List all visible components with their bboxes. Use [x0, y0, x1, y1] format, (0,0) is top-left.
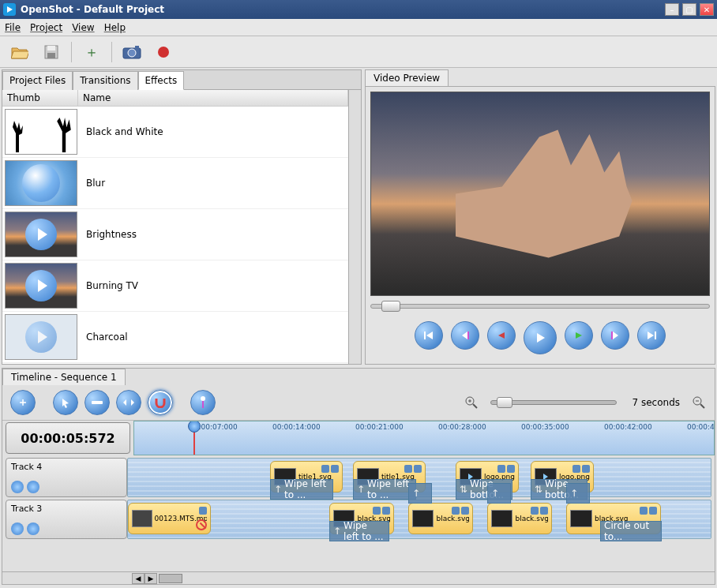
- effect-thumb-icon: [5, 212, 77, 257]
- svg-marker-14: [576, 332, 582, 339]
- menu-file[interactable]: File: [5, 22, 21, 33]
- prev-marker-button[interactable]: [451, 321, 479, 350]
- clip[interactable]: black.svg: [487, 503, 552, 534]
- svg-marker-9: [426, 331, 433, 339]
- preview-panel: Video Preview: [365, 69, 715, 365]
- effect-item[interactable]: Burning TV: [2, 260, 348, 312]
- track-body[interactable]: 00123.MTS.mp4 black.svg ↑Wipe left to ..…: [127, 500, 711, 539]
- col-name[interactable]: Name: [78, 90, 348, 106]
- effect-name: Black and White: [80, 126, 163, 137]
- tab-project-files[interactable]: Project Files: [2, 71, 73, 90]
- menubar: File Project View Help: [0, 19, 717, 36]
- open-button[interactable]: [8, 40, 32, 64]
- transition[interactable]: Circle out to...: [600, 521, 662, 541]
- ruler-mark: 00:00:21:000: [355, 423, 404, 431]
- clip[interactable]: black.svg: [408, 503, 473, 534]
- tab-effects[interactable]: Effects: [138, 71, 185, 90]
- track-header[interactable]: Track 3: [6, 500, 127, 539]
- zoom-label: 7 seconds: [633, 397, 681, 408]
- timeline-toolbar: ＋ 7 seconds: [2, 385, 715, 421]
- tab-transitions[interactable]: Transitions: [73, 71, 137, 90]
- record-button[interactable]: [152, 40, 175, 64]
- svg-line-25: [473, 404, 477, 408]
- effects-scrollbar[interactable]: [348, 90, 361, 364]
- svg-marker-13: [537, 333, 545, 343]
- app-icon: [3, 3, 16, 16]
- preview-seek-slider[interactable]: [370, 304, 710, 309]
- tab-timeline[interactable]: Timeline - Sequence 1: [2, 369, 126, 385]
- import-button[interactable]: ＋: [80, 40, 103, 64]
- effects-header: Thumb Name: [2, 90, 348, 107]
- transition[interactable]: ↑: [487, 483, 511, 504]
- razor-tool-button[interactable]: [84, 390, 110, 415]
- effect-item[interactable]: Blur: [2, 158, 348, 209]
- timeline-ruler[interactable]: 00:00:07:000 00:00:14:000 00:00:21:000 0…: [133, 421, 715, 455]
- transition[interactable]: ↑Wipe left to ...: [270, 479, 333, 500]
- scroll-left-button[interactable]: ◀: [132, 573, 145, 584]
- window-title: OpenShot - Default Project: [21, 4, 164, 15]
- minimize-button[interactable]: –: [665, 3, 679, 16]
- zoom-slider[interactable]: [490, 400, 617, 405]
- track-audio-icon[interactable]: [27, 481, 39, 493]
- tracks-container: Track 4 title1.svg ↑Wipe left to ... tit…: [2, 455, 715, 571]
- svg-point-5: [128, 49, 136, 57]
- menu-project[interactable]: Project: [30, 22, 62, 33]
- fastforward-button[interactable]: [565, 321, 593, 350]
- effect-thumb-icon: [5, 109, 77, 155]
- menu-help[interactable]: Help: [104, 22, 126, 33]
- scroll-right-button[interactable]: ▶: [145, 573, 157, 584]
- svg-rect-2: [47, 46, 55, 51]
- col-thumb[interactable]: Thumb: [2, 90, 78, 106]
- preview-controls: [370, 316, 710, 359]
- close-button[interactable]: ✕: [700, 3, 714, 16]
- track-name: Track 4: [11, 462, 122, 472]
- snapshot-button[interactable]: [120, 40, 144, 64]
- track-row: Track 4 title1.svg ↑Wipe left to ... tit…: [6, 458, 711, 497]
- seek-start-button[interactable]: [415, 321, 443, 350]
- effect-item[interactable]: Brightness: [2, 209, 348, 260]
- zoom-out-button[interactable]: [691, 395, 707, 410]
- scroll-thumb[interactable]: [159, 574, 182, 583]
- select-tool-button[interactable]: [53, 390, 78, 415]
- menu-view[interactable]: View: [72, 22, 94, 33]
- svg-marker-21: [131, 399, 134, 406]
- ruler-mark: 00:00:35:000: [521, 423, 569, 431]
- track-visible-icon[interactable]: [11, 481, 24, 493]
- effect-name: Blur: [80, 178, 105, 189]
- effect-item[interactable]: Charcoal: [2, 312, 348, 363]
- transition[interactable]: ↑Wipe left to ...: [329, 521, 389, 541]
- track-header[interactable]: Track 4: [6, 458, 127, 497]
- maximize-button[interactable]: ▢: [682, 3, 696, 16]
- svg-rect-6: [135, 46, 139, 49]
- play-button[interactable]: [524, 321, 557, 354]
- add-track-button[interactable]: ＋: [10, 390, 36, 415]
- save-button[interactable]: [39, 40, 63, 64]
- resize-tool-button[interactable]: [116, 390, 141, 415]
- effects-list[interactable]: Black and White Blur Brightness Burning …: [2, 107, 348, 364]
- track-audio-icon[interactable]: [27, 522, 39, 535]
- add-marker-button[interactable]: [190, 390, 216, 415]
- svg-marker-20: [123, 399, 126, 406]
- snap-tool-button[interactable]: [148, 390, 173, 415]
- svg-rect-18: [655, 331, 656, 339]
- svg-line-29: [700, 404, 704, 408]
- tab-video-preview[interactable]: Video Preview: [365, 69, 449, 86]
- timeline-hscrollbar[interactable]: ◀ ▶: [2, 571, 715, 584]
- transition[interactable]: ↑: [408, 483, 432, 504]
- video-preview[interactable]: [370, 92, 710, 296]
- track-visible-icon[interactable]: [11, 522, 24, 535]
- clip[interactable]: 00123.MTS.mp4: [128, 503, 211, 534]
- transition[interactable]: ↑Wipe left to ...: [353, 479, 416, 500]
- rewind-button[interactable]: [487, 321, 516, 350]
- effect-thumb-icon: [5, 314, 77, 360]
- svg-marker-15: [613, 331, 618, 339]
- effect-item[interactable]: Black and White: [2, 107, 348, 158]
- next-marker-button[interactable]: [601, 321, 629, 350]
- zoom-in-button[interactable]: [464, 395, 479, 410]
- transition[interactable]: ↑: [566, 483, 590, 504]
- svg-marker-10: [462, 331, 467, 339]
- playhead[interactable]: [193, 421, 195, 455]
- seek-end-button[interactable]: [637, 321, 666, 350]
- svg-marker-17: [648, 331, 654, 339]
- svg-rect-16: [611, 331, 613, 339]
